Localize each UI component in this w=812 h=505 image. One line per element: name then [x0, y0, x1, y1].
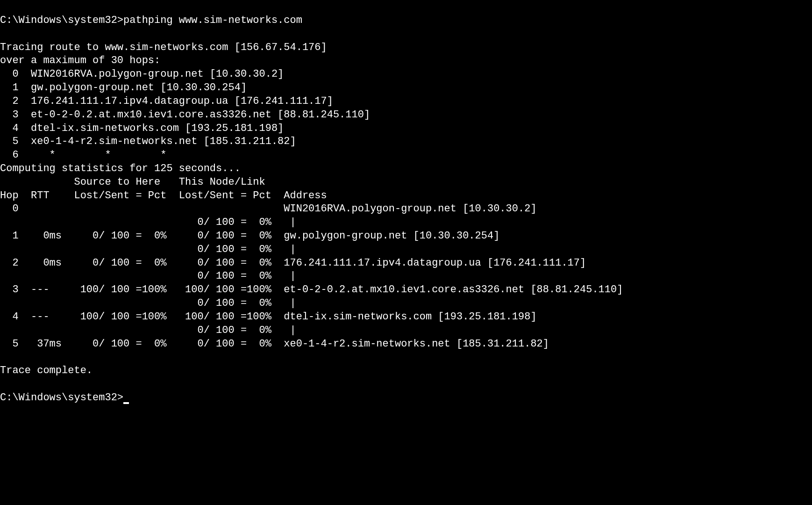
hop-5: 5 xe0-1-4-r2.sim-networks.net [185.31.21…	[0, 136, 296, 147]
command-input: pathping www.sim-networks.com	[123, 14, 302, 26]
stats-header-2: Hop RTT Lost/Sent = Pct Lost/Sent = Pct …	[0, 190, 327, 202]
hop-6: 6 * * *	[0, 149, 166, 161]
stats-row-2: 2 0ms 0/ 100 = 0% 0/ 100 = 0% 176.241.11…	[0, 257, 586, 269]
stats-header-1: Source to Here This Node/Link	[0, 176, 265, 188]
trace-header-2: over a maximum of 30 hops:	[0, 55, 160, 66]
stats-row-4: 4 --- 100/ 100 =100% 100/ 100 =100% dtel…	[0, 311, 537, 323]
trace-complete: Trace complete.	[0, 365, 93, 376]
stats-link-1: 0/ 100 = 0% |	[0, 244, 296, 255]
trace-header-1: Tracing route to www.sim-networks.com [1…	[0, 42, 327, 53]
prompt-line-2: C:\Windows\system32>	[0, 392, 123, 404]
cursor-icon	[123, 402, 129, 404]
hop-1: 1 gw.polygon-group.net [10.30.30.254]	[0, 82, 247, 94]
stats-link-4: 0/ 100 = 0% |	[0, 325, 296, 336]
prompt-line-1: C:\Windows\system32>	[0, 14, 123, 26]
hop-2: 2 176.241.111.17.ipv4.datagroup.ua [176.…	[0, 95, 333, 107]
terminal-output: C:\Windows\system32>pathping www.sim-net…	[0, 14, 623, 404]
stats-link-2: 0/ 100 = 0% |	[0, 270, 296, 282]
hop-3: 3 et-0-2-0.2.at.mx10.iev1.core.as3326.ne…	[0, 109, 370, 121]
stats-link-3: 0/ 100 = 0% |	[0, 297, 296, 309]
hop-0: 0 WIN2016RVA.polygon-group.net [10.30.30…	[0, 68, 284, 80]
stats-row-0: 0 WIN2016RVA.polygon-group.net [10.30.30…	[0, 203, 537, 215]
computing-stats: Computing statistics for 125 seconds...	[0, 163, 241, 174]
stats-row-3: 3 --- 100/ 100 =100% 100/ 100 =100% et-0…	[0, 284, 623, 296]
stats-row-5: 5 37ms 0/ 100 = 0% 0/ 100 = 0% xe0-1-4-r…	[0, 338, 549, 350]
hop-4: 4 dtel-ix.sim-networks.com [193.25.181.1…	[0, 123, 284, 134]
stats-row-1: 1 0ms 0/ 100 = 0% 0/ 100 = 0% gw.polygon…	[0, 230, 499, 242]
stats-link-0: 0/ 100 = 0% |	[0, 216, 296, 228]
